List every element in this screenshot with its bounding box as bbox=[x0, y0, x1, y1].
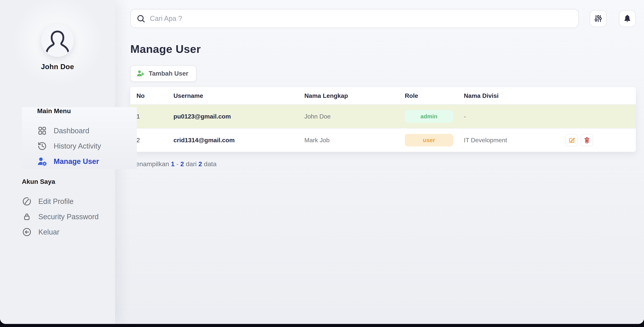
role-badge: admin bbox=[405, 110, 453, 123]
profile-name: John Doe bbox=[0, 63, 115, 71]
cell-nama-lengkap: John Doe bbox=[304, 113, 405, 120]
table-row: 1 pu0123@gmail.com John Doe admin - bbox=[130, 104, 636, 128]
column-header-no: No bbox=[130, 92, 174, 99]
cell-username: pu0123@gmail.com bbox=[174, 113, 304, 120]
sidebar-item-dashboard[interactable]: Dashboard bbox=[37, 123, 128, 138]
add-user-button[interactable]: Tambah User bbox=[130, 65, 196, 82]
sidebar-item-edit-profile[interactable]: Edit Profile bbox=[22, 194, 108, 209]
cell-actions bbox=[566, 134, 636, 146]
pagination-of-word: dari bbox=[186, 160, 197, 168]
column-header-nama-divisi: Nama Divisi bbox=[464, 92, 566, 99]
sidebar-section-akun-saya: Akun Saya Edit Profile bbox=[22, 178, 108, 240]
cell-role: admin bbox=[405, 110, 464, 123]
avatar bbox=[41, 24, 74, 57]
pagination-separator: - bbox=[176, 160, 178, 168]
sidebar-item-label: Keluar bbox=[38, 228, 60, 236]
logout-icon bbox=[22, 227, 32, 237]
add-user-button-label: Tambah User bbox=[149, 70, 188, 77]
user-table: No Username Nama Lengkap Role Nama Divis… bbox=[130, 87, 636, 152]
sidebar-item-label: Manage User bbox=[54, 157, 99, 166]
sidebar-item-keluar[interactable]: Keluar bbox=[22, 224, 108, 240]
cell-role: user bbox=[405, 134, 464, 146]
cell-nama-lengkap: Mark Job bbox=[304, 137, 405, 144]
main-content: Manage User Tambah User No Username Nama… bbox=[115, 0, 644, 324]
sidebar-item-label: Dashboard bbox=[54, 127, 89, 135]
section-title: Main Menu bbox=[37, 107, 128, 115]
pagination-total: 2 bbox=[198, 160, 202, 168]
sidebar: John Doe Main Menu Dashboard bbox=[0, 0, 115, 324]
person-outline-icon bbox=[41, 24, 74, 57]
search-icon bbox=[136, 14, 145, 23]
sidebar-item-label: History Activity bbox=[54, 142, 101, 150]
pagination-range-start: 1 bbox=[171, 160, 174, 168]
delete-row-button[interactable] bbox=[581, 134, 593, 146]
sidebar-item-label: Edit Profile bbox=[38, 197, 74, 206]
dashboard-grid-icon bbox=[37, 126, 47, 136]
edit-circle-icon bbox=[22, 196, 32, 206]
lock-icon bbox=[22, 212, 32, 222]
section-title: Akun Saya bbox=[22, 178, 108, 185]
column-header-nama-lengkap: Nama Lengkap bbox=[304, 92, 405, 99]
pagination-range-end: 2 bbox=[180, 160, 184, 168]
sidebar-item-label: Security Password bbox=[38, 213, 99, 221]
sliders-icon bbox=[594, 14, 602, 23]
cell-username: crid1314@gmail.com bbox=[174, 137, 304, 144]
topbar bbox=[130, 9, 636, 28]
sidebar-item-history-activity[interactable]: History Activity bbox=[37, 138, 128, 154]
column-header-role: Role bbox=[405, 92, 464, 99]
trash-icon bbox=[583, 136, 591, 144]
search-input[interactable] bbox=[150, 14, 573, 23]
search-bar[interactable] bbox=[130, 9, 579, 28]
cell-nama-divisi: - bbox=[464, 113, 566, 120]
sidebar-item-security-password[interactable]: Security Password bbox=[22, 209, 108, 224]
column-header-username: Username bbox=[174, 92, 304, 99]
edit-pencil-icon bbox=[568, 136, 576, 144]
sidebar-section-main-menu: Main Menu Dashboard bbox=[22, 107, 137, 169]
cell-nama-divisi: IT Development bbox=[464, 137, 566, 144]
page-title: Manage User bbox=[130, 42, 636, 55]
user-plus-icon bbox=[136, 69, 145, 78]
pagination-suffix: data bbox=[204, 160, 216, 168]
pagination-summary: Menampilkan 1 - 2 dari 2 data bbox=[130, 160, 636, 168]
user-gear-icon bbox=[37, 156, 47, 166]
app-window: John Doe Main Menu Dashboard bbox=[0, 0, 644, 324]
bell-icon bbox=[623, 14, 632, 23]
edit-row-button[interactable] bbox=[566, 134, 578, 146]
sidebar-item-manage-user[interactable]: Manage User bbox=[37, 154, 128, 169]
table-row: 2 crid1314@gmail.com Mark Job user IT De… bbox=[130, 128, 636, 152]
notifications-button[interactable] bbox=[619, 10, 636, 27]
table-header: No Username Nama Lengkap Role Nama Divis… bbox=[130, 87, 636, 104]
role-badge: user bbox=[405, 134, 453, 146]
history-clock-icon bbox=[37, 141, 47, 151]
filter-button[interactable] bbox=[590, 10, 606, 27]
